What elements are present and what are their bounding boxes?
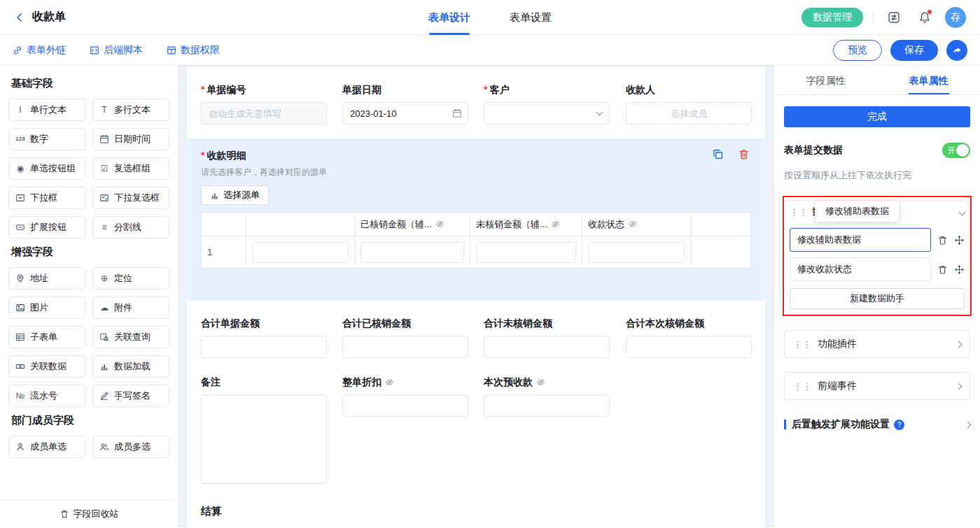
field-item-multi-text[interactable]: T 多行文本 xyxy=(92,99,169,121)
field-item-ext-button[interactable]: 扩展按钮 xyxy=(8,216,85,238)
new-assistant-button[interactable]: 新建数据助手 xyxy=(790,288,965,309)
field-recycle-bin[interactable]: 字段回收站 xyxy=(0,499,178,527)
detail-col-verified[interactable]: 已核销金额（辅... xyxy=(355,213,470,236)
drag-handle-icon[interactable]: ⋮⋮ xyxy=(793,382,811,391)
frontend-events-row[interactable]: ⋮⋮ 前端事件 xyxy=(784,372,970,400)
people-icon xyxy=(99,442,110,452)
data-manage-button[interactable]: 数据管理 xyxy=(802,8,863,27)
drag-handle-icon[interactable]: ⋮⋮ xyxy=(790,208,808,217)
detail-col-1[interactable] xyxy=(246,213,355,236)
assistant-delete-button[interactable] xyxy=(937,264,948,275)
field-item-radio-group[interactable]: ◉ 单选按钮组 xyxy=(8,157,85,180)
field-item-subform[interactable]: 子表单 xyxy=(8,326,85,348)
copy-field-button[interactable] xyxy=(712,148,724,160)
submit-data-toggle[interactable]: 开 xyxy=(942,143,970,158)
field-item-dropdown-multi[interactable]: 下拉复选框 xyxy=(92,187,169,209)
preview-button[interactable]: 预览 xyxy=(833,40,882,61)
assistant-name-box[interactable]: 修改辅助表数据 xyxy=(790,228,931,252)
customer-select[interactable] xyxy=(484,102,610,124)
detail-col-status[interactable]: 收款状态 xyxy=(582,213,691,236)
total-verified-input[interactable] xyxy=(342,336,468,358)
drag-handle-icon[interactable]: ⋮⋮ xyxy=(793,340,811,349)
field-item-datetime[interactable]: 日期时间 xyxy=(92,128,169,150)
doc-no-input[interactable] xyxy=(201,102,327,124)
prepay-label-text: 本次预收款 xyxy=(484,375,533,389)
field-item-serial[interactable]: № 流水号 xyxy=(8,385,85,407)
tab-field-properties[interactable]: 字段属性 xyxy=(774,66,877,94)
eye-off-icon[interactable] xyxy=(435,220,444,229)
detail-cell-input[interactable] xyxy=(252,242,349,263)
detail-col-index[interactable] xyxy=(202,213,246,236)
field-item-data-load[interactable]: 数据加载 xyxy=(92,355,169,378)
assistant-delete-button[interactable] xyxy=(937,235,948,245)
multi-text-icon: T xyxy=(99,106,110,114)
field-item-divider[interactable]: ≡ 分割线 xyxy=(92,216,169,238)
doc-date-label: 单据日期 xyxy=(342,83,484,97)
assistant-move-button[interactable] xyxy=(954,235,965,245)
field-item-dropdown[interactable]: 下拉框 xyxy=(8,187,85,209)
data-permission-link[interactable]: 数据权限 xyxy=(167,44,220,57)
eye-off-icon[interactable] xyxy=(536,378,545,387)
prepay-input[interactable] xyxy=(484,394,610,417)
help-icon[interactable]: ? xyxy=(894,420,904,430)
select-source-button[interactable]: 选择源单 xyxy=(201,185,269,205)
eye-off-icon[interactable] xyxy=(628,220,637,229)
total-current-input[interactable] xyxy=(626,336,752,358)
field-item-locate[interactable]: ⊕ 定位 xyxy=(92,267,169,290)
assistant-move-button[interactable] xyxy=(954,264,965,275)
field-payee: 收款人 xyxy=(626,83,753,124)
form-external-link[interactable]: 表单外链 xyxy=(13,44,66,57)
detail-cell xyxy=(246,236,355,269)
field-discount: 整单折扣 xyxy=(342,375,484,487)
detail-table: 已核销金额（辅... 未核销金额（辅... xyxy=(201,212,751,269)
link-icon xyxy=(13,45,22,55)
assistant-name-box[interactable]: 修改收款状态 xyxy=(790,257,931,281)
detail-col-unverified[interactable]: 未核销金额（辅... xyxy=(470,213,582,236)
plugins-label: 功能插件 xyxy=(818,338,857,350)
delete-field-button[interactable] xyxy=(738,148,750,160)
detail-cell-input[interactable] xyxy=(476,242,576,263)
backend-script-label: 后端脚本 xyxy=(104,44,143,57)
field-label: 图片 xyxy=(30,301,48,314)
backend-script-link[interactable]: 后端脚本 xyxy=(90,44,143,57)
field-item-image[interactable]: 图片 xyxy=(8,297,85,319)
post-trigger-row[interactable]: 后置触发扩展功能设置 ? xyxy=(784,418,970,431)
total-amount-input[interactable] xyxy=(201,336,327,358)
eye-off-icon[interactable] xyxy=(385,378,394,387)
field-item-attachment[interactable]: ☁ 附件 xyxy=(92,297,169,319)
form-card: * 单据编号 单据日期 xyxy=(187,67,765,527)
field-item-member-multi[interactable]: 成员多选 xyxy=(92,436,169,458)
eye-off-icon[interactable] xyxy=(551,220,560,229)
share-button[interactable] xyxy=(946,40,967,61)
tab-form-settings[interactable]: 表单设置 xyxy=(490,0,571,35)
done-button[interactable]: 完成 xyxy=(784,106,970,127)
field-item-linked-query[interactable]: 关联查询 xyxy=(92,326,169,348)
discount-input[interactable] xyxy=(342,394,468,417)
data-assistant-group-header[interactable]: ⋮⋮ 数 修改辅助表数据 xyxy=(790,201,965,222)
header-divider xyxy=(873,11,874,24)
payee-input[interactable] xyxy=(626,102,752,124)
save-button[interactable]: 保存 xyxy=(890,40,938,61)
avatar[interactable]: 存 xyxy=(945,7,966,28)
back-button[interactable] xyxy=(14,12,25,23)
field-label: 复选框组 xyxy=(114,162,150,175)
field-item-single-text[interactable]: I 单行文本 xyxy=(8,99,85,121)
transfer-button[interactable] xyxy=(883,7,904,28)
field-item-signature[interactable]: 手写签名 xyxy=(92,385,169,407)
detail-cell-input[interactable] xyxy=(588,242,685,263)
tab-form-properties[interactable]: 表单属性 xyxy=(877,66,980,94)
doc-date-input[interactable] xyxy=(342,102,468,124)
remark-textarea[interactable] xyxy=(201,394,327,484)
field-item-member-single[interactable]: 成员单选 xyxy=(8,436,85,458)
field-item-address[interactable]: 地址 xyxy=(8,267,85,290)
notification-button[interactable] xyxy=(914,7,935,28)
detail-cell-input[interactable] xyxy=(360,242,464,263)
field-item-checkbox-group[interactable]: ☑ 复选框组 xyxy=(92,157,169,180)
tab-form-design[interactable]: 表单设计 xyxy=(409,0,490,35)
field-item-number[interactable]: 123 数字 xyxy=(8,128,85,150)
field-label: 关联查询 xyxy=(114,331,150,343)
field-item-linked-data[interactable]: 关联数据 xyxy=(8,355,85,378)
total-unverified-input[interactable] xyxy=(484,336,610,358)
plugins-row[interactable]: ⋮⋮ 功能插件 xyxy=(784,330,970,358)
detail-subform-section[interactable]: * 收款明细 xyxy=(187,138,765,301)
